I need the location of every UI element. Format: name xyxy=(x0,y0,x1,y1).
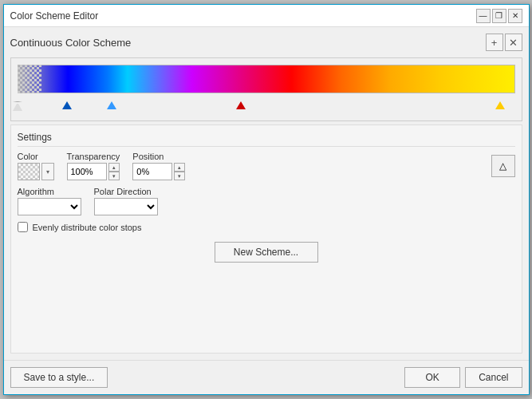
checker-overlay xyxy=(18,65,41,93)
position-spin-up[interactable]: ▴ xyxy=(174,163,185,172)
polar-direction-field-row xyxy=(94,198,158,215)
polar-direction-field-group: Polar Direction xyxy=(94,187,158,215)
bottom-left-actions: Save to a style... xyxy=(10,367,108,388)
stop-arrow-red xyxy=(236,101,246,109)
color-field-group: Color ▾ xyxy=(18,152,54,180)
add-color-stop-button[interactable]: + xyxy=(486,34,503,51)
color-stop-3[interactable] xyxy=(106,101,117,114)
transparency-field-group: Transparency ▴ ▾ xyxy=(67,152,120,180)
title-bar-controls: — ❐ ✕ xyxy=(476,9,522,23)
position-spinner-buttons: ▴ ▾ xyxy=(174,163,185,180)
gradient-area xyxy=(10,57,522,121)
algorithm-field-group: Algorithm xyxy=(18,187,81,215)
transparency-spin-up[interactable]: ▴ xyxy=(108,163,120,172)
color-label: Color xyxy=(18,152,54,161)
transparency-spinner-buttons: ▴ ▾ xyxy=(108,163,120,180)
position-input[interactable] xyxy=(132,163,172,180)
algorithm-select[interactable] xyxy=(18,198,81,215)
color-stop-1[interactable] xyxy=(12,101,23,114)
color-stops-row xyxy=(18,100,515,114)
gradient-bar-container xyxy=(18,65,515,93)
close-button[interactable]: ✕ xyxy=(508,9,522,23)
position-label: Position xyxy=(132,152,185,161)
evenly-distribute-row: Evenly distribute color stops xyxy=(18,222,515,232)
minimize-button[interactable]: — xyxy=(476,9,491,23)
color-stop-2[interactable] xyxy=(61,101,73,114)
gradient-bar[interactable] xyxy=(18,65,515,93)
window-title: Color Scheme Editor xyxy=(10,10,99,22)
transparency-input[interactable] xyxy=(67,163,107,180)
color-stop-4[interactable] xyxy=(235,101,246,114)
position-field-row: ▴ ▾ xyxy=(132,163,185,180)
color-field-row: ▾ xyxy=(18,163,54,180)
scheme-header-buttons: + ✕ xyxy=(486,34,522,51)
polar-direction-select[interactable] xyxy=(94,198,158,215)
position-field-group: Position ▴ ▾ xyxy=(132,152,185,180)
main-content: Continuous Color Scheme + ✕ xyxy=(4,27,529,360)
stop-arrow-white xyxy=(13,101,22,111)
bottom-right-actions: OK Cancel xyxy=(404,367,522,388)
title-bar: Color Scheme Editor — ❐ ✕ xyxy=(4,5,529,27)
color-dropdown-button[interactable]: ▾ xyxy=(41,163,54,180)
scheme-title: Continuous Color Scheme xyxy=(10,37,132,49)
evenly-distribute-checkbox[interactable] xyxy=(18,222,28,232)
new-scheme-button[interactable]: New Scheme... xyxy=(215,242,318,263)
color-scheme-editor-window: Color Scheme Editor — ❐ ✕ Continuous Col… xyxy=(3,4,530,395)
transparency-spin-down[interactable]: ▾ xyxy=(108,172,120,180)
new-scheme-row: New Scheme... xyxy=(18,242,515,263)
algorithm-field-row xyxy=(18,198,81,215)
settings-row-1: Color ▾ Transparency ▴ ▾ xyxy=(18,152,515,180)
scheme-icon-button[interactable]: △ xyxy=(491,155,515,177)
evenly-distribute-label: Evenly distribute color stops xyxy=(33,223,142,232)
color-preview[interactable] xyxy=(18,163,40,180)
ok-button[interactable]: OK xyxy=(404,367,460,388)
remove-color-stop-button[interactable]: ✕ xyxy=(505,34,522,51)
settings-row-2: Algorithm Polar Direction xyxy=(18,187,515,215)
transparency-label: Transparency xyxy=(67,152,120,161)
triangle-icon: △ xyxy=(499,160,506,172)
bottom-bar: Save to a style... OK Cancel xyxy=(4,360,529,394)
stop-arrow-blue2 xyxy=(107,101,116,109)
position-spin-down[interactable]: ▾ xyxy=(174,172,185,180)
polar-direction-label: Polar Direction xyxy=(94,187,158,196)
save-to-style-button[interactable]: Save to a style... xyxy=(10,367,108,388)
stop-arrow-blue xyxy=(62,101,72,109)
settings-label: Settings xyxy=(18,132,515,147)
color-stop-5[interactable] xyxy=(495,101,506,114)
scheme-header: Continuous Color Scheme + ✕ xyxy=(10,34,522,51)
cancel-button[interactable]: Cancel xyxy=(465,367,522,388)
stop-arrow-yellow xyxy=(495,101,505,109)
algorithm-label: Algorithm xyxy=(18,187,81,196)
settings-section: Settings Color ▾ Transparency xyxy=(10,124,522,354)
transparency-field-row: ▴ ▾ xyxy=(67,163,120,180)
restore-button[interactable]: ❐ xyxy=(492,9,506,23)
